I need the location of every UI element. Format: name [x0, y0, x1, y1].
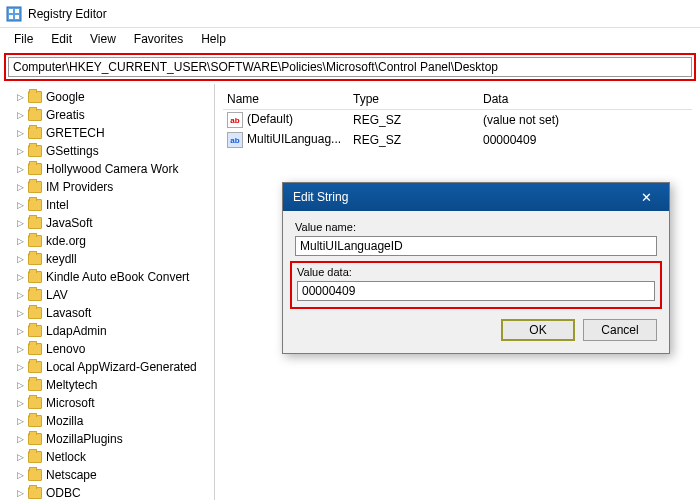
value-data: (value not set) [483, 113, 692, 127]
tree-item[interactable]: ▷Lenovo [14, 340, 214, 358]
cancel-button[interactable]: Cancel [583, 319, 657, 341]
chevron-right-icon[interactable]: ▷ [14, 307, 26, 319]
tree-label: Mozilla [46, 414, 83, 428]
tree-label: Lenovo [46, 342, 85, 356]
tree-label: Lavasoft [46, 306, 91, 320]
folder-icon [28, 379, 42, 391]
chevron-right-icon[interactable]: ▷ [14, 379, 26, 391]
tree-item[interactable]: ▷GRETECH [14, 124, 214, 142]
tree-item[interactable]: ▷kde.org [14, 232, 214, 250]
chevron-right-icon[interactable]: ▷ [14, 289, 26, 301]
chevron-right-icon[interactable]: ▷ [14, 235, 26, 247]
tree-label: Netlock [46, 450, 86, 464]
label-value-data: Value data: [297, 266, 655, 278]
menu-file[interactable]: File [6, 30, 41, 48]
menu-favorites[interactable]: Favorites [126, 30, 191, 48]
tree-item[interactable]: ▷Netscape [14, 466, 214, 484]
ok-button[interactable]: OK [501, 319, 575, 341]
tree-label: LAV [46, 288, 68, 302]
chevron-right-icon[interactable]: ▷ [14, 361, 26, 373]
tree-item[interactable]: ▷GSettings [14, 142, 214, 160]
chevron-right-icon[interactable]: ▷ [14, 163, 26, 175]
tree-item[interactable]: ▷ODBC [14, 484, 214, 500]
tree-item[interactable]: ▷IM Providers [14, 178, 214, 196]
chevron-right-icon[interactable]: ▷ [14, 451, 26, 463]
value-data-field[interactable] [297, 281, 655, 301]
chevron-right-icon[interactable]: ▷ [14, 217, 26, 229]
chevron-right-icon[interactable]: ▷ [14, 253, 26, 265]
folder-icon [28, 145, 42, 157]
chevron-right-icon[interactable]: ▷ [14, 397, 26, 409]
tree-item[interactable]: ▷Mozilla [14, 412, 214, 430]
tree-item[interactable]: ▷Lavasoft [14, 304, 214, 322]
tree-item[interactable]: ▷Google [14, 88, 214, 106]
svg-rect-2 [15, 9, 19, 13]
chevron-right-icon[interactable]: ▷ [14, 181, 26, 193]
list-row[interactable]: abMultiUILanguag...REG_SZ00000409 [223, 130, 692, 150]
col-header-data[interactable]: Data [483, 92, 692, 106]
col-header-type[interactable]: Type [353, 92, 483, 106]
tree-label: IM Providers [46, 180, 113, 194]
folder-icon [28, 217, 42, 229]
chevron-right-icon[interactable]: ▷ [14, 433, 26, 445]
chevron-right-icon[interactable]: ▷ [14, 487, 26, 499]
edit-string-dialog: Edit String ✕ Value name: Value data: OK… [282, 182, 670, 354]
close-icon[interactable]: ✕ [633, 187, 659, 207]
string-value-icon: ab [227, 132, 243, 148]
tree-label: Intel [46, 198, 69, 212]
tree-item[interactable]: ▷LdapAdmin [14, 322, 214, 340]
tree-item[interactable]: ▷JavaSoft [14, 214, 214, 232]
tree-item[interactable]: ▷Meltytech [14, 376, 214, 394]
tree-label: Hollywood Camera Work [46, 162, 179, 176]
folder-icon [28, 163, 42, 175]
value-name-field[interactable] [295, 236, 657, 256]
tree-item[interactable]: ▷Intel [14, 196, 214, 214]
chevron-right-icon[interactable]: ▷ [14, 415, 26, 427]
chevron-right-icon[interactable]: ▷ [14, 109, 26, 121]
tree-item[interactable]: ▷Kindle Auto eBook Convert [14, 268, 214, 286]
chevron-right-icon[interactable]: ▷ [14, 91, 26, 103]
dialog-titlebar[interactable]: Edit String ✕ [283, 183, 669, 211]
value-type: REG_SZ [353, 133, 483, 147]
folder-icon [28, 487, 42, 499]
tree-item[interactable]: ▷Local AppWizard-Generated [14, 358, 214, 376]
chevron-right-icon[interactable]: ▷ [14, 325, 26, 337]
folder-icon [28, 181, 42, 193]
value-name: (Default) [247, 112, 293, 126]
tree-item[interactable]: ▷LAV [14, 286, 214, 304]
list-header: Name Type Data [223, 88, 692, 110]
tree-item[interactable]: ▷Hollywood Camera Work [14, 160, 214, 178]
menu-edit[interactable]: Edit [43, 30, 80, 48]
chevron-right-icon[interactable]: ▷ [14, 145, 26, 157]
chevron-right-icon[interactable]: ▷ [14, 343, 26, 355]
folder-icon [28, 325, 42, 337]
chevron-right-icon[interactable]: ▷ [14, 199, 26, 211]
value-type: REG_SZ [353, 113, 483, 127]
folder-icon [28, 127, 42, 139]
dialog-title: Edit String [293, 190, 348, 204]
tree-panel[interactable]: ▷Google▷Greatis▷GRETECH▷GSettings▷Hollyw… [0, 84, 215, 500]
menu-view[interactable]: View [82, 30, 124, 48]
tree-label: Microsoft [46, 396, 95, 410]
menu-help[interactable]: Help [193, 30, 234, 48]
tree-item[interactable]: ▷Microsoft [14, 394, 214, 412]
address-input[interactable] [8, 57, 692, 77]
folder-icon [28, 433, 42, 445]
tree-item[interactable]: ▷keydll [14, 250, 214, 268]
tree-item[interactable]: ▷Greatis [14, 106, 214, 124]
tree-label: Google [46, 90, 85, 104]
regedit-icon [6, 6, 22, 22]
menubar: File Edit View Favorites Help [0, 28, 700, 50]
list-row[interactable]: ab(Default)REG_SZ(value not set) [223, 110, 692, 130]
tree-label: GSettings [46, 144, 99, 158]
value-data: 00000409 [483, 133, 692, 147]
tree-item[interactable]: ▷MozillaPlugins [14, 430, 214, 448]
tree-item[interactable]: ▷Netlock [14, 448, 214, 466]
chevron-right-icon[interactable]: ▷ [14, 127, 26, 139]
chevron-right-icon[interactable]: ▷ [14, 469, 26, 481]
tree-label: kde.org [46, 234, 86, 248]
tree-label: Kindle Auto eBook Convert [46, 270, 189, 284]
chevron-right-icon[interactable]: ▷ [14, 271, 26, 283]
svg-rect-3 [9, 15, 13, 19]
col-header-name[interactable]: Name [223, 92, 353, 106]
